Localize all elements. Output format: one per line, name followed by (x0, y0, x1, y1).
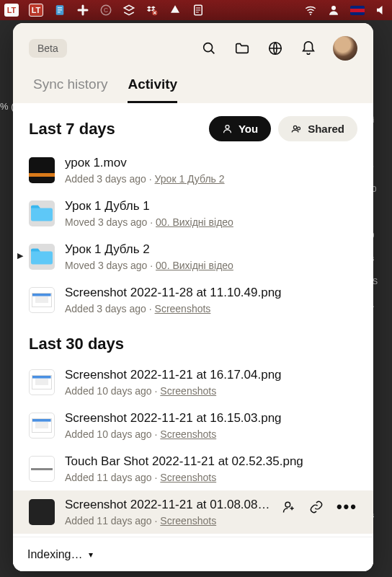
activity-item-sub: Added 3 days ago · Screenshots (65, 303, 357, 314)
activity-scroll[interactable]: Last 7 daysYouSharedурок 1.movAdded 3 da… (13, 103, 373, 571)
activity-item[interactable]: Урок 1 Дубль 1Moved 3 days ago · 00. Вих… (13, 192, 373, 235)
svg-point-14 (298, 127, 300, 130)
section-title: Last 7 days (29, 120, 209, 138)
activity-item-main: Touch Bar Shot 2022-11-21 at 02.52.35.pn… (65, 454, 357, 483)
wifi-icon[interactable] (304, 4, 317, 17)
tab-activity[interactable]: Activity (128, 76, 177, 103)
chevron-down-icon[interactable]: ▾ (89, 550, 93, 560)
circle-c-icon[interactable]: C (99, 4, 112, 17)
activity-item-sub: Moved 3 days ago · 00. Вихідні відео (65, 260, 357, 271)
activity-item-path[interactable]: 00. Вихідні відео (156, 216, 233, 228)
activity-item-title: Touch Bar Shot 2022-11-21 at 02.52.35.pn… (65, 454, 357, 469)
svg-point-8 (310, 14, 311, 15)
flag-uk-icon[interactable] (350, 6, 365, 15)
section-title: Last 30 days (29, 335, 357, 353)
activity-item-title: урок 1.mov (65, 156, 357, 170)
lt-icon[interactable]: LT (4, 4, 19, 17)
activity-item-sub: Added 10 days ago · Screenshots (65, 385, 357, 397)
svg-point-9 (331, 6, 336, 10)
globe-icon[interactable] (267, 40, 284, 57)
activity-item-main: урок 1.movAdded 3 days ago · Урок 1 Дубл… (65, 156, 357, 185)
activity-item-path[interactable]: Урок 1 Дубль 2 (155, 173, 225, 185)
expand-caret-icon[interactable]: ▶ (17, 251, 23, 260)
activity-item-title: Урок 1 Дубль 2 (65, 242, 357, 257)
lt-icon-alt[interactable]: LT (29, 4, 43, 17)
bell-icon[interactable] (300, 40, 317, 57)
search-icon[interactable] (200, 40, 218, 57)
volume-icon[interactable] (375, 4, 388, 17)
activity-item[interactable]: Touch Bar Shot 2022-11-21 at 02.52.35.pn… (13, 447, 373, 490)
section-header: Last 30 days (13, 322, 373, 361)
activity-item-main: Урок 1 Дубль 2Moved 3 days ago · 00. Вих… (65, 242, 357, 271)
activity-item-path[interactable]: Screenshots (160, 428, 216, 440)
activity-item-sub: Added 11 days ago · Screenshots (65, 472, 357, 483)
activity-item-path[interactable]: Screenshots (160, 515, 216, 527)
svg-point-15 (285, 502, 290, 507)
shot-thumb (29, 413, 55, 439)
folder-thumb (29, 244, 55, 270)
folder-icon[interactable] (233, 40, 251, 57)
more-icon[interactable]: ••• (337, 498, 357, 516)
activity-item-title: Screenshot 2022-11-21 at 01.08.08.png (65, 498, 272, 512)
activity-item-title: Screenshot 2022-11-28 at 11.10.49.png (65, 286, 357, 300)
filter-you[interactable]: You (209, 116, 271, 141)
activity-item[interactable]: ▶Урок 1 Дубль 2Moved 3 days ago · 00. Ви… (13, 235, 373, 278)
svg-rect-2 (58, 9, 62, 10)
filter-shared[interactable]: Shared (278, 116, 357, 141)
tab-sync-history[interactable]: Sync history (33, 76, 107, 103)
svg-point-10 (204, 43, 213, 52)
activity-item[interactable]: Screenshot 2022-11-28 at 11.10.49.pngAdd… (13, 278, 373, 322)
activity-item-main: Screenshot 2022-11-21 at 16.15.03.pngAdd… (65, 411, 357, 440)
row-actions: ••• (282, 498, 357, 516)
activity-item-path[interactable]: 00. Вихідні відео (156, 260, 233, 271)
activity-item-title: Screenshot 2022-11-21 at 16.15.03.png (65, 411, 357, 426)
popover-header: Beta Sync history Activity (13, 23, 373, 103)
video-thumb (29, 157, 55, 183)
share-user-icon[interactable] (282, 500, 296, 514)
activity-item-title: Урок 1 Дубль 1 (65, 199, 357, 213)
svg-rect-3 (58, 12, 61, 12)
bar-thumb (29, 456, 55, 482)
activity-item[interactable]: урок 1.movAdded 3 days ago · Урок 1 Дубл… (13, 149, 373, 192)
activity-item-main: Урок 1 Дубль 1Moved 3 days ago · 00. Вих… (65, 199, 357, 228)
activity-item-sub: Added 3 days ago · Урок 1 Дубль 2 (65, 173, 357, 185)
system-menubar: LT LT C (0, 0, 392, 20)
status-text: Indexing… (27, 548, 83, 561)
tab-bar: Sync history Activity (29, 76, 357, 103)
activity-item-main: Screenshot 2022-11-21 at 01.08.08.pngAdd… (65, 498, 272, 527)
activity-item-sub: Added 10 days ago · Screenshots (65, 428, 357, 440)
avatar[interactable] (333, 36, 357, 61)
folder-thumb (29, 201, 55, 226)
dropbox-popover: Beta Sync history Activity Last 7 daysYo… (13, 23, 373, 571)
inbox-icon[interactable] (122, 4, 135, 17)
activity-item[interactable]: Screenshot 2022-11-21 at 01.08.08.pngAdd… (13, 490, 373, 534)
notes-icon[interactable] (192, 4, 205, 17)
svg-rect-1 (58, 7, 62, 8)
plus-icon[interactable] (76, 4, 89, 17)
activity-item[interactable]: Screenshot 2022-11-21 at 16.17.04.pngAdd… (13, 361, 373, 404)
activity-item-path[interactable]: Screenshots (160, 385, 216, 397)
dropbox-icon[interactable] (146, 4, 159, 17)
activity-item-main: Screenshot 2022-11-21 at 16.17.04.pngAdd… (65, 368, 357, 397)
popover-body: Last 7 daysYouSharedурок 1.movAdded 3 da… (13, 103, 373, 571)
svg-point-13 (294, 125, 297, 128)
svg-point-12 (226, 125, 229, 129)
shot-thumb (29, 287, 55, 313)
activity-item-title: Screenshot 2022-11-21 at 16.17.04.png (65, 368, 357, 382)
section-header: Last 7 daysYouShared (13, 103, 373, 149)
status-footer: Indexing… ▾ (13, 537, 373, 571)
shot-thumb (29, 369, 55, 395)
activity-item-sub: Moved 3 days ago · 00. Вихідні відео (65, 216, 357, 228)
beta-badge: Beta (29, 39, 67, 58)
svg-text:C: C (104, 7, 108, 14)
activity-item[interactable]: Screenshot 2022-11-21 at 16.15.03.pngAdd… (13, 404, 373, 447)
dark-thumb (29, 499, 55, 525)
activity-item-main: Screenshot 2022-11-28 at 11.10.49.pngAdd… (65, 286, 357, 314)
activity-item-path[interactable]: Screenshots (155, 303, 211, 314)
user-icon[interactable] (327, 4, 340, 17)
activity-item-sub: Added 11 days ago · Screenshots (65, 515, 272, 527)
clipboard-list-icon[interactable] (53, 4, 66, 17)
activity-item-path[interactable]: Screenshots (160, 472, 216, 483)
link-icon[interactable] (309, 500, 324, 514)
drive-icon[interactable] (169, 4, 182, 17)
